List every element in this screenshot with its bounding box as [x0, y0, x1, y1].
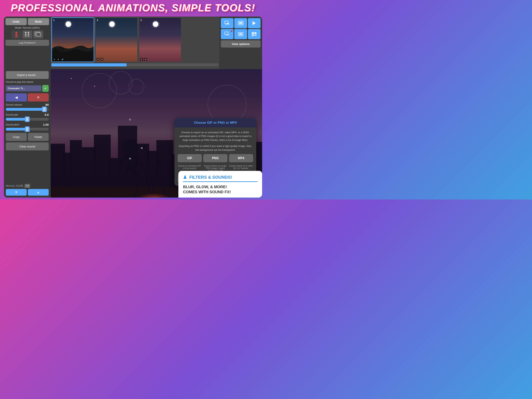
mode-label: Mode: Normal (180%): [6, 26, 49, 29]
sound-file-name: Cinematic Tr...: [6, 85, 41, 91]
svg-rect-19: [36, 33, 41, 36]
svg-rect-28: [254, 32, 256, 34]
sound-pitch-fill: [6, 128, 27, 130]
lag-button[interactable]: Lag Problems?: [6, 40, 49, 46]
view-options-button[interactable]: View options: [221, 40, 260, 48]
frame-icon-2b: ⊠: [100, 58, 103, 61]
svg-line-17: [28, 35, 29, 37]
export-desc-row: Export an animated GIF of your project E…: [177, 165, 253, 172]
memory-buttons: ▼ ▲: [6, 189, 49, 196]
frame-thumb-2[interactable]: 2 ⊞ ⊠: [95, 17, 138, 62]
frame-thumb-3[interactable]: 3 ⊞ ⊠: [139, 17, 182, 62]
sound-pan-track[interactable]: [6, 118, 49, 121]
frame-icon-3b: ⊠: [144, 58, 147, 61]
svg-point-12: [28, 32, 29, 33]
memory-help-button[interactable]: (?): [25, 184, 30, 188]
frame-icon-1b: ⊠: [57, 58, 60, 61]
sound-file-row: Cinematic Tr... ✔: [6, 85, 49, 92]
memory-section: Memory: 221MB (?) ▼ ▲: [6, 184, 49, 196]
svg-point-6: [25, 32, 26, 33]
main-content: Import a sound... Sound to play this fra…: [4, 69, 262, 198]
right-btn-5[interactable]: [234, 29, 247, 39]
sound-pitch-slider: Sound pitch 1.00: [6, 123, 49, 131]
sound-volume-label: Sound volume: [6, 103, 22, 106]
right-icons-grid: ★: [221, 18, 260, 39]
svg-marker-23: [253, 21, 256, 25]
undo-redo-row: Undo Redo: [6, 18, 49, 25]
tool-icon-frames[interactable]: [33, 30, 43, 39]
sound-nav-left[interactable]: ◀: [6, 93, 27, 102]
frames-area: 1 ⊞ ⊠ 🔊 2 ⊞ ⊠: [51, 17, 219, 69]
right-btn-1[interactable]: [221, 18, 234, 28]
left-sidebar: Undo Redo Mode: Normal (180%): [4, 17, 51, 69]
right-btn-6[interactable]: [248, 29, 260, 39]
sound-check-button[interactable]: ✔: [42, 85, 49, 92]
sound-pan-value: 0.0: [44, 113, 49, 116]
frame-icon-2a: ⊞: [96, 58, 100, 61]
progress-bar: [51, 63, 127, 66]
sound-pan-fill: [6, 118, 27, 121]
sound-pitch-track[interactable]: [6, 128, 49, 130]
bottom-info-panel: ♟ FILTERS & SOUNDS! BLUR, GLOW, & MORE!C…: [178, 171, 262, 198]
paste-button[interactable]: Paste: [28, 133, 49, 141]
import-sound-button[interactable]: Import a sound...: [6, 71, 49, 79]
png-export-button[interactable]: PNG: [203, 154, 228, 162]
frames-row: 1 ⊞ ⊠ 🔊 2 ⊞ ⊠: [51, 17, 219, 63]
right-btn-2[interactable]: [234, 18, 247, 28]
animation-canvas: ✦ ✦: [51, 69, 262, 198]
clear-sound-button[interactable]: Clear sound: [6, 142, 49, 150]
frame-num-3: 3: [140, 19, 142, 22]
svg-rect-30: [254, 34, 256, 36]
mp4-export-button[interactable]: MP4: [229, 154, 253, 162]
sound-nav-row: ◀ ✕: [6, 93, 49, 102]
mp4-desc: Export project as a video file, for Yout…: [229, 165, 253, 172]
sound-volume-header: Sound volume 90: [6, 103, 49, 106]
frame-icon-1a: ⊞: [53, 58, 56, 61]
copy-paste-row: Copy Paste: [6, 133, 49, 141]
sound-pitch-label: Sound pitch: [6, 123, 19, 126]
frame-icon-3a: ⊞: [140, 58, 143, 61]
sound-pan-slider: Sound pan 0.0: [6, 113, 49, 121]
gif-desc: Export an animated GIF of your project: [177, 165, 202, 172]
svg-line-10: [25, 35, 26, 37]
sound-volume-track[interactable]: [6, 108, 49, 111]
memory-btn-down[interactable]: ▼: [6, 189, 27, 196]
svg-point-0: [15, 32, 17, 34]
top-banner: PROFESSIONAL ANIMATIONS, SIMPLE TOOLS!: [0, 0, 266, 16]
tool-icon-person[interactable]: [11, 30, 21, 39]
frame-num-1: 1: [53, 19, 55, 22]
right-btn-4[interactable]: ★: [221, 29, 234, 39]
png-desc: Export project as single PNG images, hig…: [203, 165, 228, 172]
sound-volume-fill: [6, 108, 44, 111]
frame-icon-1c: 🔊: [61, 58, 64, 61]
right-btn-3[interactable]: [248, 18, 260, 28]
frame-num-2: 2: [97, 19, 98, 22]
progress-bar-container: [51, 63, 218, 66]
sound-nav-delete[interactable]: ✕: [28, 93, 49, 102]
tool-icon-persons[interactable]: [22, 30, 32, 39]
sound-pan-thumb[interactable]: [25, 116, 30, 122]
sound-pitch-thumb[interactable]: [25, 126, 30, 132]
svg-rect-26: [239, 33, 242, 35]
svg-line-5: [16, 36, 18, 38]
svg-rect-27: [252, 32, 254, 34]
sound-volume-thumb[interactable]: [42, 107, 47, 112]
svg-line-16: [28, 35, 28, 37]
sound-panel: Import a sound... Sound to play this fra…: [4, 69, 51, 198]
undo-button[interactable]: Undo: [6, 18, 27, 25]
dialog-desc-2: Exporting as PNG is useful if you want a…: [177, 144, 253, 152]
copy-button[interactable]: Copy: [6, 133, 27, 141]
banner-text: PROFESSIONAL ANIMATIONS, SIMPLE TOOLS!: [11, 2, 255, 14]
filters-divider: [183, 181, 257, 182]
svg-line-11: [26, 35, 26, 37]
memory-label: Memory: 221MB: [6, 185, 23, 187]
sound-pitch-header: Sound pitch 1.00: [6, 123, 49, 126]
filters-title-text: FILTERS & SOUNDS!: [189, 175, 232, 180]
gif-export-button[interactable]: GIF: [177, 154, 202, 162]
frame-thumb-1[interactable]: 1 ⊞ ⊠ 🔊: [51, 17, 94, 62]
redo-button[interactable]: Redo: [28, 18, 49, 25]
sound-volume-value: 90: [45, 103, 49, 106]
sound-to-play-label: Sound to play this frame:: [6, 80, 49, 83]
memory-btn-up[interactable]: ▲: [28, 189, 49, 196]
sound-pan-label: Sound pan: [6, 113, 18, 116]
